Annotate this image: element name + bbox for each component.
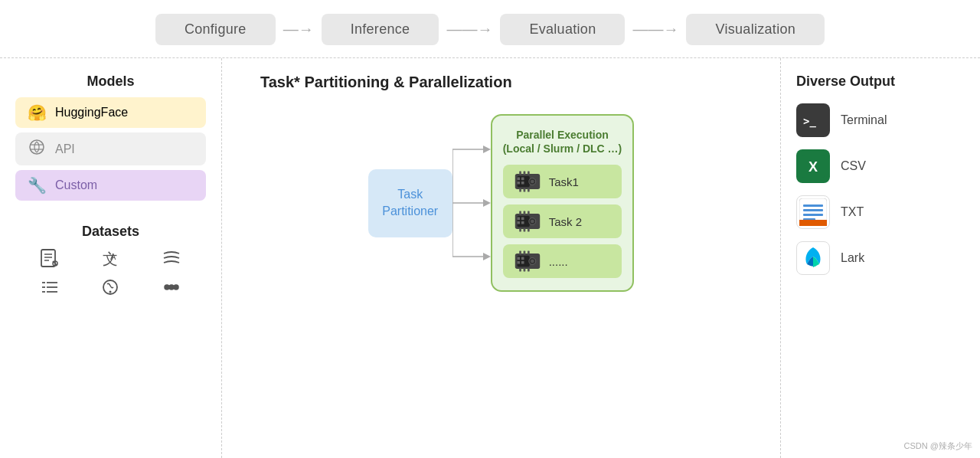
svg-rect-56 — [528, 228, 530, 232]
connector-area — [452, 130, 491, 276]
svg-rect-77 — [803, 214, 823, 216]
dataset-icon-2: 文 A — [84, 247, 138, 269]
model-api[interactable]: API — [15, 132, 206, 165]
right-panel: Diverse Output >_ Terminal X C — [781, 58, 980, 458]
diverse-output-title: Diverse Output — [796, 74, 965, 90]
svg-point-60 — [531, 260, 534, 263]
svg-rect-38 — [523, 172, 525, 175]
svg-rect-42 — [528, 188, 530, 192]
svg-rect-66 — [523, 251, 525, 255]
pipeline-step-visualization[interactable]: Visualization — [686, 14, 825, 45]
output-csv: X CSV — [796, 149, 965, 183]
dataset-icons-grid: 文 A — [15, 247, 206, 298]
svg-rect-40 — [519, 188, 521, 192]
svg-point-19 — [169, 285, 174, 290]
svg-text:>_: >_ — [803, 115, 816, 128]
models-section: Models 🤗 HuggingFace — [15, 74, 206, 205]
txt-label: TXT — [841, 205, 864, 219]
svg-marker-25 — [483, 199, 491, 207]
partition-diagram: Task Partitioner — [245, 114, 757, 292]
svg-rect-41 — [523, 188, 525, 192]
output-lark: Lark — [796, 241, 965, 275]
svg-rect-35 — [517, 182, 520, 185]
task-item-3: ...... — [503, 244, 622, 278]
svg-rect-68 — [519, 268, 521, 272]
pipeline-step-inference[interactable]: Inference — [322, 14, 439, 45]
svg-rect-51 — [519, 211, 521, 215]
middle-title: Task* Partitioning & Parallelization — [260, 74, 512, 91]
models-title: Models — [15, 74, 206, 90]
svg-point-20 — [174, 285, 178, 290]
main-container: Configure —→ Inference ——→ Evaluation ——… — [0, 0, 980, 458]
svg-rect-48 — [521, 218, 524, 221]
parallel-execution-box: Parallel Execution (Local / Slurm / DLC … — [491, 114, 635, 292]
svg-rect-76 — [803, 209, 823, 211]
svg-text:X: X — [808, 159, 818, 175]
parallel-title: Parallel Execution (Local / Slurm / DLC … — [503, 128, 622, 155]
terminal-label: Terminal — [841, 113, 887, 127]
svg-point-32 — [531, 180, 534, 184]
dataset-icon-3 — [145, 247, 198, 269]
svg-rect-79 — [799, 220, 827, 226]
svg-rect-39 — [528, 172, 530, 175]
svg-rect-70 — [528, 268, 530, 272]
arrow-2: ——→ — [446, 21, 492, 38]
watermark: CSDN @辣条少年 — [904, 440, 972, 452]
pipeline-step-evaluation[interactable]: Evaluation — [500, 14, 625, 45]
lark-icon — [796, 241, 830, 275]
svg-rect-53 — [528, 211, 530, 215]
svg-rect-75 — [803, 204, 823, 207]
dataset-icon-1 — [23, 247, 77, 269]
csv-label: CSV — [841, 159, 866, 173]
api-icon — [26, 139, 47, 159]
svg-marker-28 — [483, 253, 491, 260]
datasets-section: Datasets 文 — [15, 224, 206, 298]
task-item-2: Task 2 — [503, 204, 622, 238]
configure-label: Configure — [185, 21, 247, 37]
output-terminal: >_ Terminal — [796, 103, 965, 137]
huggingface-label: HuggingFace — [55, 106, 128, 119]
svg-rect-47 — [517, 218, 520, 221]
task2-label: Task 2 — [549, 215, 582, 228]
visualization-label: Visualization — [715, 21, 795, 37]
svg-rect-67 — [528, 251, 530, 255]
svg-rect-63 — [517, 261, 520, 264]
pipeline-step-configure[interactable]: Configure — [155, 14, 276, 45]
dataset-icon-5 — [84, 276, 138, 298]
svg-rect-52 — [523, 211, 525, 215]
inference-label: Inference — [351, 21, 410, 37]
dataset-icon-6 — [145, 276, 198, 298]
svg-rect-37 — [519, 172, 521, 175]
task-item-1: Task1 — [503, 165, 622, 198]
custom-icon: 🔧 — [26, 176, 47, 195]
content-area: Models 🤗 HuggingFace — [0, 58, 980, 458]
terminal-icon: >_ — [796, 103, 830, 137]
svg-point-18 — [165, 285, 169, 290]
task-partitioner-box: Task Partitioner — [368, 169, 452, 237]
huggingface-icon: 🤗 — [26, 103, 47, 122]
csv-icon: X — [796, 149, 830, 183]
svg-text:A: A — [110, 252, 116, 261]
svg-rect-34 — [521, 178, 524, 181]
svg-rect-64 — [521, 261, 524, 264]
svg-marker-23 — [483, 146, 491, 153]
task3-label: ...... — [549, 255, 568, 268]
api-label: API — [55, 142, 75, 156]
model-huggingface[interactable]: 🤗 HuggingFace — [15, 97, 206, 128]
left-panel: Models 🤗 HuggingFace — [0, 58, 222, 458]
pipeline-bar: Configure —→ Inference ——→ Evaluation ——… — [0, 0, 980, 58]
task-items: Task1 — [503, 165, 622, 278]
svg-point-46 — [531, 220, 534, 224]
output-txt: TXT — [796, 195, 965, 229]
model-custom[interactable]: 🔧 Custom — [15, 170, 206, 201]
svg-rect-61 — [517, 257, 520, 260]
svg-rect-36 — [521, 182, 524, 185]
svg-rect-54 — [519, 228, 521, 232]
svg-rect-62 — [521, 257, 524, 260]
evaluation-label: Evaluation — [529, 21, 596, 37]
svg-rect-49 — [517, 221, 520, 224]
svg-rect-50 — [521, 221, 524, 224]
arrow-1: —→ — [283, 21, 314, 38]
task1-label: Task1 — [549, 175, 579, 188]
custom-label: Custom — [55, 178, 97, 192]
